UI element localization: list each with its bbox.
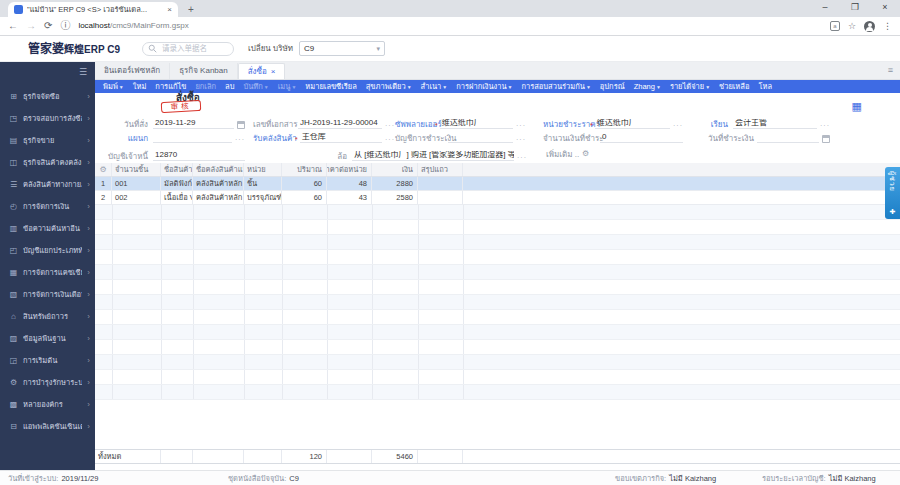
department-input[interactable] (153, 133, 232, 143)
calendar-icon[interactable] (822, 135, 830, 143)
window-maximize-button[interactable]: ❐ (840, 0, 870, 16)
toolbar-copy[interactable]: สำเนา▼ (421, 83, 448, 91)
sidebar-collapse-icon[interactable]: ☰ (79, 68, 87, 77)
sidebar-item-initialization[interactable]: ◲การเริ่มต้น› (0, 350, 95, 372)
pin-icon[interactable]: ✚ (890, 208, 896, 215)
lookup-dots-icon[interactable]: ··· (385, 136, 395, 143)
window-close-button[interactable]: × (870, 0, 900, 16)
col-unit[interactable]: หน่วย (244, 163, 282, 176)
more-fields-link[interactable]: เพิ่มเติม .. (546, 151, 579, 159)
pay-amount-input[interactable]: 0 (600, 133, 683, 143)
cell-price[interactable]: 48 (327, 177, 372, 190)
toolbar-menu[interactable]: เมนู▼ (278, 83, 297, 91)
sidebar-item-inventory[interactable]: ◫ธุรกิจสินค้าคงคลัง› (0, 152, 95, 174)
remark-input[interactable]: 从 [维达纸巾厂] 购进 [管家婆多功能加湿器] 等-会计主管 (352, 151, 514, 161)
cell-warehouse[interactable]: คลังสินค้าหลัก (193, 191, 244, 204)
col-name[interactable]: ชื่อสินค้าคงคลังแ... (161, 163, 193, 176)
pay-date-input[interactable] (757, 133, 819, 143)
sidebar-item-payroll[interactable]: ▧การจัดการเงินเดือน› (0, 284, 95, 306)
col-summary[interactable]: สรุปแถว (418, 163, 463, 176)
toolbar-serial-number[interactable]: หมายเลขซีเรียล (305, 83, 356, 91)
content-menu-icon[interactable]: ≡ (888, 66, 893, 75)
toolbar-edit[interactable]: การแก้ไข (155, 83, 186, 91)
cell-warehouse[interactable]: คลังสินค้าหลัก (193, 177, 244, 190)
browser-profile-icon[interactable] (864, 21, 875, 32)
tab-purchase-order[interactable]: สั่งซื้อ× (238, 63, 286, 79)
tab-close-icon[interactable]: × (167, 6, 172, 14)
toolbar-joint-inquiry[interactable]: การสอบสวนร่วมกัน▼ (521, 83, 590, 91)
col-amount[interactable]: เงิน (372, 163, 418, 176)
cell-qty[interactable]: 60 (282, 177, 327, 190)
tab-main-interface[interactable]: อินเตอร์เฟซหลัก (95, 63, 170, 79)
sidebar-item-other-queries[interactable]: ▥ข้อความค้นหาอื่น ๆ› (0, 218, 95, 240)
cell-name[interactable]: มัลติฟังก์ชั่... (161, 177, 193, 190)
cell-code[interactable]: 001 (112, 177, 161, 190)
lookup-dots-icon[interactable]: ··· (516, 122, 526, 129)
reload-icon[interactable]: ⟳ (44, 21, 52, 31)
back-icon[interactable]: ← (8, 21, 18, 31)
pay-unit-input[interactable]: 维达纸巾厂 (595, 119, 670, 129)
assistant-panel-tab[interactable]: ผู้ช่วย ✚ (885, 167, 900, 219)
calendar-icon[interactable] (237, 121, 245, 129)
sidebar-item-physical-warehouse[interactable]: ☰คลังสินค้าทางกายภาพ› (0, 174, 95, 196)
toolbar-save[interactable]: บันทึก▼ (243, 83, 268, 91)
toolbar-cancel[interactable]: ยกเลิก (195, 83, 216, 91)
table-row[interactable]: 1 001 มัลติฟังก์ชั่... คลังสินค้าหลัก ชิ… (95, 177, 900, 191)
tab-business-kanban[interactable]: ธุรกิจ Kanban (170, 63, 238, 79)
table-row[interactable]: 2 002 เนื้อเยื่อ Vinda คลังสินค้าหลัก บร… (95, 191, 900, 205)
table-empty-rows[interactable] (95, 205, 900, 400)
cell-name[interactable]: เนื้อเยื่อ Vinda (161, 191, 193, 204)
global-search[interactable] (142, 42, 234, 56)
browser-menu-dots-icon[interactable]: ⋮ (883, 22, 892, 31)
sidebar-item-basic-data[interactable]: ▨ข้อมูลพื้นฐาน› (0, 328, 95, 350)
bookmark-star-icon[interactable]: ☆ (848, 22, 856, 31)
lookup-dots-icon[interactable]: ··· (516, 136, 526, 143)
sidebar-item-sales[interactable]: ▤ธุรกิจขาย› (0, 130, 95, 152)
payable-input[interactable]: 12870 (153, 151, 245, 161)
lookup-dots-icon[interactable]: ··· (673, 122, 683, 129)
cell-unit[interactable]: บรรจุภัณฑ์ (244, 191, 282, 204)
toolbar-delete[interactable]: ลบ (225, 83, 234, 91)
cell-amount[interactable]: 2580 (372, 191, 418, 204)
search-input[interactable] (160, 43, 230, 54)
qr-code-icon[interactable]: ▦ (852, 101, 862, 111)
cell-code[interactable]: 002 (112, 191, 161, 204)
window-minimize-button[interactable]: – (810, 0, 840, 16)
sidebar-item-fixed-assets[interactable]: ⌂สินทรัพย์ถาวร› (0, 306, 95, 328)
warehouse-input[interactable]: 主仓库 (300, 133, 382, 143)
cell-summary[interactable] (418, 191, 463, 204)
toolbar-zhang[interactable]: Zhang▼ (634, 83, 661, 91)
lookup-dots-icon[interactable]: ··· (385, 122, 395, 129)
cell-price[interactable]: 43 (327, 191, 372, 204)
sidebar-item-purchase[interactable]: ⊞ธุรกิจจัดซื้อ› (0, 86, 95, 108)
supplier-input[interactable]: 维达纸巾厂 (440, 119, 513, 129)
col-price[interactable]: ราคาต่อหน่วย (327, 163, 372, 176)
toolbar-single-health[interactable]: สุขภาพเดียว▼ (366, 83, 412, 91)
col-qty[interactable]: ปริมาณ (282, 163, 327, 176)
sidebar-item-system-maintenance[interactable]: ⚙การบำรุงรักษาระบบ› (0, 372, 95, 394)
order-date-input[interactable]: 2019-11-29 (153, 119, 234, 129)
form-settings-gear-icon[interactable]: ⚙ (582, 150, 589, 158)
lookup-dots-icon[interactable]: ··· (517, 154, 527, 161)
url-text[interactable]: localhost/cmc9/MainForm.gspx (78, 22, 188, 30)
doc-no-input[interactable]: JH-2019-11-29-00004 (298, 119, 382, 129)
cell-summary[interactable] (418, 177, 463, 190)
tab-close-icon[interactable]: × (271, 68, 276, 76)
col-code[interactable]: จำนวนชิ้น (112, 163, 161, 176)
sidebar-item-general-ledger[interactable]: ◰บัญชีแยกประเภททั่วไป› (0, 240, 95, 262)
toolbar-load[interactable]: โหล (758, 83, 772, 91)
toolbar-help[interactable]: ช่วยเหลือ (719, 83, 749, 91)
browser-tab[interactable]: "แม่บ้าน" ERP C9 <S> เวอร์ชั่นเดล... × (8, 2, 178, 17)
toolbar-print[interactable]: พิมพ์▼ (103, 83, 124, 91)
col-warehouse[interactable]: ชื่อคลังสินค้าแบบ (193, 163, 244, 176)
sidebar-item-multi-org[interactable]: ▩หลายองค์กร› (0, 394, 95, 416)
lookup-dots-icon[interactable]: ··· (235, 136, 245, 143)
translate-icon[interactable]: a (830, 21, 840, 31)
sidebar-item-cashier[interactable]: ▦การจัดการแคชเชียร์› (0, 262, 95, 284)
sidebar-item-app-center[interactable]: ⊟แอพพลิเคชั่นเซ็นเตอร์› (0, 416, 95, 438)
toolbar-new[interactable]: ใหม่ (133, 83, 147, 91)
attn-input[interactable]: 会计主管 (733, 119, 817, 129)
cell-amount[interactable]: 2880 (372, 177, 418, 190)
toolbar-income-expense[interactable]: รายได้จ่าย▼ (670, 83, 710, 91)
sidebar-item-finance[interactable]: ◴การจัดการเงิน› (0, 196, 95, 218)
